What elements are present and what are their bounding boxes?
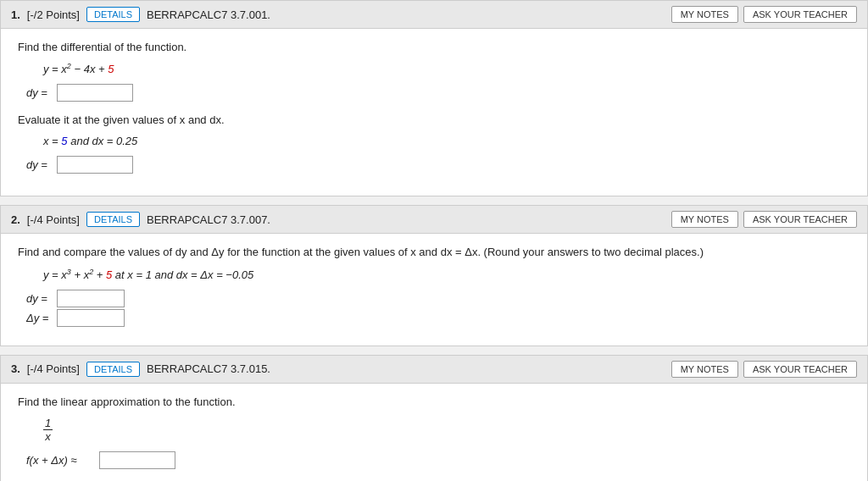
problem-1-header: 1. [-/2 Points] DETAILS BERRAPCALC7 3.7.… [1,1,867,29]
problem-1-eval-dy-label: dy = [26,158,52,171]
problem-2-dy-row: dy = [26,290,850,307]
problem-2-code: BERRAPCALC7 3.7.007. [147,213,270,226]
problem-2: 2. [-/4 Points] DETAILS BERRAPCALC7 3.7.… [0,205,868,346]
problem-2-header-left: 2. [-/4 Points] DETAILS BERRAPCALC7 3.7.… [11,212,270,227]
problem-3: 3. [-/4 Points] DETAILS BERRAPCALC7 3.7.… [0,355,868,481]
problem-3-body: Find the linear approximation to the fun… [1,384,867,481]
problem-1-body: Find the differential of the function. y… [1,29,867,196]
problem-3-header: 3. [-/4 Points] DETAILS BERRAPCALC7 3.7.… [1,356,867,384]
problem-3-fraction: 1 x [43,417,53,443]
problem-3-code: BERRAPCALC7 3.7.015. [147,362,270,375]
problem-1-eval-section: Evaluate it at the given values of x and… [18,113,850,174]
problem-3-instruction: Find the linear approximation to the fun… [18,395,850,408]
problem-1-function: y = x2 − 4x + 5 [43,62,850,75]
problem-1-eval-values: x = 5 and dx = 0.25 [43,135,850,147]
problem-3-function: 1 x [43,417,850,443]
problem-1-eval-instruction: Evaluate it at the given values of x and… [18,113,850,126]
problem-2-deltay-label: Δy = [26,312,52,324]
problem-1: 1. [-/2 Points] DETAILS BERRAPCALC7 3.7.… [0,0,868,196]
problem-2-deltay-input[interactable] [57,309,125,327]
problem-3-details-button[interactable]: DETAILS [86,362,140,377]
problem-2-points: [-/4 Points] [27,213,80,226]
problem-2-header-right: MY NOTES ASK YOUR TEACHER [671,211,857,228]
problem-2-instruction: Find and compare the values of dy and Δy… [18,246,850,258]
problem-2-ask-teacher-button[interactable]: ASK YOUR TEACHER [743,211,857,228]
problem-1-dy-row: dy = [26,84,850,102]
problem-3-ask-teacher-button[interactable]: ASK YOUR TEACHER [743,361,857,378]
problem-1-my-notes-button[interactable]: MY NOTES [671,6,738,23]
problem-1-instruction: Find the differential of the function. [18,41,850,53]
problem-3-my-notes-button[interactable]: MY NOTES [671,361,738,378]
problem-1-eval-dy-input[interactable] [57,156,133,174]
problem-1-eval-dy-row: dy = [26,156,850,174]
problem-3-number: 3. [11,362,20,375]
problem-2-body: Find and compare the values of dy and Δy… [1,234,867,345]
problem-2-function: y = x3 + x2 + 5 at x = 1 and dx = Δx = −… [43,267,850,280]
problem-2-number: 2. [11,213,20,226]
problem-1-header-left: 1. [-/2 Points] DETAILS BERRAPCALC7 3.7.… [11,7,270,22]
problem-2-dy-input[interactable] [57,290,125,307]
problem-3-approx-input[interactable] [99,451,175,469]
problem-3-header-left: 3. [-/4 Points] DETAILS BERRAPCALC7 3.7.… [11,362,270,377]
problem-1-header-right: MY NOTES ASK YOUR TEACHER [671,6,857,23]
problem-1-dy-input[interactable] [57,84,133,102]
problem-3-approx-label: f(x + Δx) ≈ [26,454,94,467]
problem-3-points: [-/4 Points] [27,362,80,375]
problem-1-details-button[interactable]: DETAILS [86,7,140,22]
problem-2-dy-label: dy = [26,292,52,305]
problem-1-points: [-/2 Points] [27,8,80,21]
problem-3-approx-row: f(x + Δx) ≈ [26,451,850,469]
problem-2-inputs: dy = Δy = [18,290,850,327]
problem-2-details-button[interactable]: DETAILS [86,212,140,227]
problem-1-number: 1. [11,8,20,21]
problem-1-ask-teacher-button[interactable]: ASK YOUR TEACHER [743,6,857,23]
problem-2-header: 2. [-/4 Points] DETAILS BERRAPCALC7 3.7.… [1,206,867,234]
problem-1-dy-label: dy = [26,86,52,99]
problem-3-header-right: MY NOTES ASK YOUR TEACHER [671,361,857,378]
problem-1-code: BERRAPCALC7 3.7.001. [147,8,270,21]
problem-2-deltay-row: Δy = [26,309,850,327]
problem-2-my-notes-button[interactable]: MY NOTES [671,211,738,228]
